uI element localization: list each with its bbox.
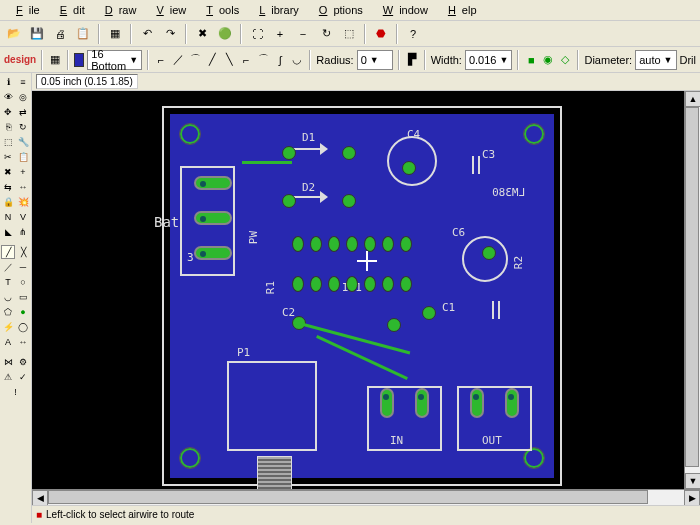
width-select[interactable]: 0.016 ▼ [465,50,512,70]
menu-library[interactable]: Library [247,2,305,18]
bend-3-icon[interactable]: ╱ [205,50,219,70]
grid-icon[interactable]: ▦ [48,50,62,70]
menu-help[interactable]: Help [436,2,483,18]
auto-tool-icon[interactable]: ⚙ [16,355,30,369]
replace-tool-icon[interactable]: ↔ [16,180,30,194]
zoom-select-icon[interactable]: ⬚ [339,24,359,44]
bend-7-icon[interactable]: ∫ [273,50,287,70]
diameter-select[interactable]: auto ▼ [635,50,676,70]
bend-2-icon[interactable]: ⌒ [188,50,202,70]
eye-tool-icon[interactable]: 👁 [1,90,15,104]
menu-tools[interactable]: Tools [194,2,245,18]
radius-select[interactable]: 0 ▼ [357,50,393,70]
bend-1-icon[interactable]: ／ [171,50,185,70]
radius-value: 0 [361,54,367,66]
via-oct-icon[interactable]: ◇ [558,50,572,70]
via-round-icon[interactable]: ■ [524,50,538,70]
erc-tool-icon[interactable]: ⚠ [1,370,15,384]
pcb-canvas[interactable]: D1 D2 C4 C3 C6 C1 C2 R1 R2 IC1 P1 PW Bat… [32,91,684,489]
zoom-out-icon[interactable]: − [293,24,313,44]
help-icon[interactable]: ? [403,24,423,44]
board-icon[interactable]: ▦ [105,24,125,44]
via-tool-icon[interactable]: ● [16,305,30,319]
menu-options[interactable]: Options [307,2,369,18]
arc-tool-icon[interactable]: ◡ [1,290,15,304]
route-tool-icon[interactable]: ╱ [1,245,15,259]
wire-tool-icon[interactable]: ／ [1,260,15,274]
split-tool-icon[interactable]: ⋔ [16,225,30,239]
errors-tool-icon[interactable]: ! [9,385,23,399]
mounting-hole [180,448,200,468]
zoom-fit-icon[interactable]: ⛶ [247,24,267,44]
value-tool-icon[interactable]: V [16,210,30,224]
change-tool-icon[interactable]: 🔧 [16,135,30,149]
save-icon[interactable]: 💾 [27,24,47,44]
scroll-thumb[interactable] [48,490,648,504]
redo-icon[interactable]: ↷ [160,24,180,44]
layer-swatch[interactable] [74,53,84,67]
script-icon[interactable]: 📋 [73,24,93,44]
rect-tool-icon[interactable]: ▭ [16,290,30,304]
zoom-redraw-icon[interactable]: ↻ [316,24,336,44]
scroll-left-icon[interactable]: ◀ [32,490,48,506]
scroll-down-icon[interactable]: ▼ [685,473,700,489]
paste-tool-icon[interactable]: 📋 [16,150,30,164]
attr-tool-icon[interactable]: A [1,335,15,349]
bend-5-icon[interactable]: ⌐ [239,50,253,70]
cancel-icon[interactable]: ✖ [192,24,212,44]
menu-window[interactable]: Window [371,2,434,18]
layer-select[interactable]: 16 Bottom ▼ [87,50,142,70]
drc-tool-icon[interactable]: ✓ [16,370,30,384]
hole-tool-icon[interactable]: ◯ [16,320,30,334]
smash-tool-icon[interactable]: 💥 [16,195,30,209]
miter-icon[interactable]: ▛ [405,50,419,70]
show-tool-icon[interactable]: ◎ [16,90,30,104]
bend-6-icon[interactable]: ⌒ [256,50,270,70]
scrollbar-horizontal[interactable]: ◀ ▶ [32,489,700,505]
zoom-in-icon[interactable]: + [270,24,290,44]
undo-icon[interactable]: ↶ [137,24,157,44]
pinswap-tool-icon[interactable]: ⇆ [1,180,15,194]
bend-8-icon[interactable]: ◡ [290,50,304,70]
go-icon[interactable]: 🟢 [215,24,235,44]
text-tool-icon[interactable]: T [1,275,15,289]
lock-tool-icon[interactable]: 🔒 [1,195,15,209]
menu-bar: File Edit Draw View Tools Library Option… [0,0,700,21]
mirror-tool-icon[interactable]: ⇄ [16,105,30,119]
dim-tool-icon[interactable]: ↔ [16,335,30,349]
info-tool-icon[interactable]: ℹ [1,75,15,89]
move-tool-icon[interactable]: ✥ [1,105,15,119]
scroll-right-icon[interactable]: ▶ [684,490,700,506]
layers-tool-icon[interactable]: ≡ [16,75,30,89]
stop-icon[interactable]: ⬣ [371,24,391,44]
circle-tool-icon[interactable]: ○ [16,275,30,289]
signal-tool-icon[interactable]: ⚡ [1,320,15,334]
scroll-thumb[interactable] [685,107,699,467]
copy-tool-icon[interactable]: ⎘ [1,120,15,134]
design-link-icon[interactable]: design [4,54,36,65]
menu-edit[interactable]: Edit [48,2,91,18]
group-tool-icon[interactable]: ⬚ [1,135,15,149]
menu-draw[interactable]: Draw [93,2,143,18]
open-icon[interactable]: 📂 [4,24,24,44]
cut-tool-icon[interactable]: ✂ [1,150,15,164]
poly-tool-icon[interactable]: ⬠ [1,305,15,319]
via-square-icon[interactable]: ◉ [541,50,555,70]
bend-0-icon[interactable]: ⌐ [154,50,168,70]
name-tool-icon[interactable]: N [1,210,15,224]
delete-tool-icon[interactable]: ✖ [1,165,15,179]
line-tool-icon[interactable]: ─ [16,260,30,274]
scrollbar-vertical[interactable]: ▲ ▼ [684,91,700,489]
print-icon[interactable]: 🖨 [50,24,70,44]
rotate-tool-icon[interactable]: ↻ [16,120,30,134]
scroll-up-icon[interactable]: ▲ [685,91,700,107]
ratsnest-tool-icon[interactable]: ⋈ [1,355,15,369]
add-tool-icon[interactable]: + [16,165,30,179]
ripup-tool-icon[interactable]: ╳ [16,245,30,259]
miter-tool-icon[interactable]: ◣ [1,225,15,239]
silk-d2: D2 [302,181,315,194]
bend-4-icon[interactable]: ╲ [222,50,236,70]
menu-view[interactable]: View [144,2,192,18]
menu-file[interactable]: File [4,2,46,18]
toolbar-main: 📂 💾 🖨 📋 ▦ ↶ ↷ ✖ 🟢 ⛶ + − ↻ ⬚ ⬣ ? [0,21,700,47]
